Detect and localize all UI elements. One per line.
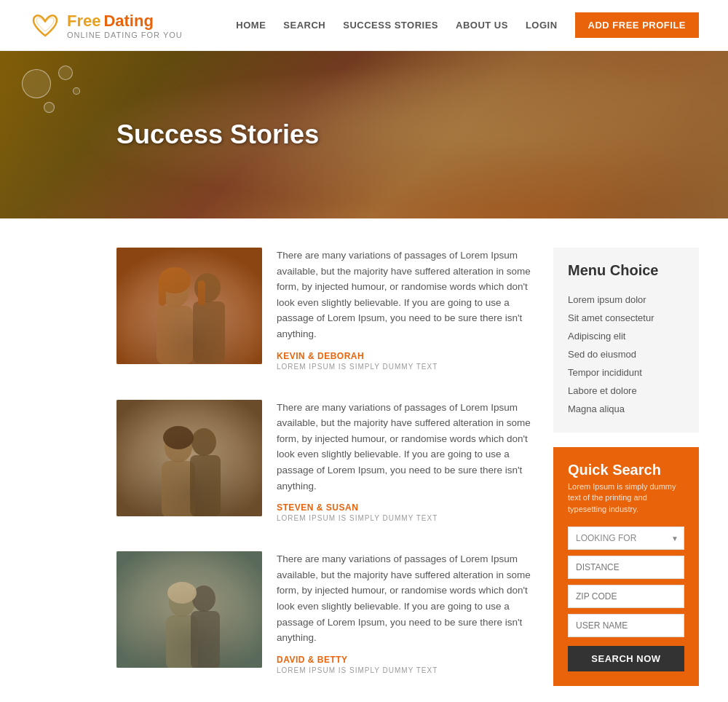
stories-column: There are many variations of passages of… — [116, 248, 531, 702]
nav-home[interactable]: HOME — [236, 20, 266, 31]
svg-rect-18 — [191, 611, 220, 668]
logo-dating-text: Dating — [103, 12, 153, 30]
svg-rect-4 — [193, 301, 225, 363]
story-image-2 — [116, 400, 262, 516]
quick-search-box: Quick Search Lorem Ipsum is simply dummy… — [553, 447, 699, 686]
story-item-1: There are many variations of passages of… — [116, 248, 531, 371]
svg-rect-0 — [116, 248, 262, 364]
svg-point-15 — [169, 588, 195, 617]
nav-search[interactable]: SEARCH — [283, 20, 325, 31]
logo-text: Free Dating ONLINE DATING FOR YOU — [67, 12, 183, 39]
svg-point-13 — [163, 426, 194, 449]
menu-item-4[interactable]: Sed do eiusmod — [568, 345, 684, 363]
story-item-3: There are many variations of passages of… — [116, 551, 531, 674]
menu-choice-list: Lorem ipsum dolor Sit amet consectetur A… — [568, 291, 684, 418]
story-text-1: There are many variations of passages of… — [277, 248, 531, 371]
nav-login[interactable]: LOGIN — [526, 20, 558, 31]
svg-rect-6 — [159, 280, 166, 306]
logo: Free Dating ONLINE DATING FOR YOU — [29, 9, 183, 42]
menu-choice-title: Menu Choice — [568, 262, 684, 279]
hero-banner: Success Stories — [0, 51, 728, 218]
story-name-2: STEVEN & SUSAN — [277, 502, 531, 513]
menu-item-6[interactable]: Labore et dolore — [568, 382, 684, 400]
logo-free-text: Free — [67, 12, 100, 30]
svg-rect-8 — [116, 400, 262, 516]
logo-heart-icon — [29, 9, 61, 42]
looking-for-select[interactable]: LOOKING FOR Men Women Both — [568, 526, 684, 550]
story-body-2: There are many variations of passages of… — [277, 400, 531, 494]
story-body-3: There are many variations of passages of… — [277, 551, 531, 646]
bubble-3 — [44, 102, 55, 113]
bubble-4 — [73, 87, 80, 95]
menu-choice-box: Menu Choice Lorem ipsum dolor Sit amet c… — [553, 248, 699, 433]
story-body-1: There are many variations of passages of… — [277, 248, 531, 342]
looking-for-wrapper: LOOKING FOR Men Women Both ▼ — [568, 526, 684, 550]
couple2-svg — [116, 400, 262, 516]
story-subtitle-1: LOREM IPSUM IS SIMPLY DUMMY TEXT — [277, 363, 531, 371]
svg-rect-10 — [162, 461, 195, 516]
quick-search-title: Quick Search — [568, 462, 684, 478]
svg-rect-7 — [198, 280, 205, 306]
hero-couple-image — [364, 51, 728, 218]
hero-bubbles — [22, 66, 80, 124]
story-text-3: There are many variations of passages of… — [277, 551, 531, 674]
hero-title: Success Stories — [116, 119, 319, 150]
svg-rect-14 — [116, 551, 262, 668]
bubble-1 — [22, 69, 51, 98]
menu-item-5[interactable]: Tempor incididunt — [568, 363, 684, 382]
svg-point-5 — [159, 267, 191, 293]
svg-point-1 — [160, 275, 189, 307]
svg-point-11 — [191, 428, 216, 456]
header: Free Dating ONLINE DATING FOR YOU HOME S… — [0, 0, 728, 51]
svg-point-9 — [165, 432, 192, 462]
story-text-2: There are many variations of passages of… — [277, 400, 531, 523]
couple1-svg — [116, 248, 262, 364]
bubble-2 — [58, 66, 73, 80]
svg-rect-2 — [157, 306, 193, 364]
quick-search-subtitle: Lorem Ipsum is simply dummy text of the … — [568, 481, 684, 515]
story-name-3: DAVID & BETTY — [277, 655, 531, 665]
add-profile-button[interactable]: ADD FREE PROFILE — [575, 12, 699, 38]
logo-tagline: ONLINE DATING FOR YOU — [67, 31, 183, 39]
svg-point-17 — [192, 585, 215, 612]
search-now-button[interactable]: SEARCH NOW — [568, 646, 684, 671]
story-image-1 — [116, 248, 262, 364]
menu-item-2[interactable]: Sit amet consectetur — [568, 309, 684, 327]
svg-point-19 — [167, 582, 197, 604]
main-content: There are many variations of passages of… — [0, 218, 728, 702]
story-image-3 — [116, 551, 262, 668]
svg-rect-12 — [190, 455, 221, 516]
story-subtitle-3: LOREM IPSUM IS SIMPLY DUMMY TEXT — [277, 666, 531, 674]
nav-about-us[interactable]: ABOUT US — [456, 20, 508, 31]
menu-item-3[interactable]: Adipiscing elit — [568, 327, 684, 345]
distance-input[interactable] — [568, 556, 684, 579]
menu-item-1[interactable]: Lorem ipsum dolor — [568, 291, 684, 309]
nav-success-stories[interactable]: SUCCESS STORIES — [343, 20, 438, 31]
svg-rect-16 — [166, 615, 198, 668]
story-subtitle-2: LOREM IPSUM IS SIMPLY DUMMY TEXT — [277, 514, 531, 522]
couple3-svg — [116, 551, 262, 668]
story-item-2: There are many variations of passages of… — [116, 400, 531, 523]
menu-item-7[interactable]: Magna aliqua — [568, 400, 684, 418]
main-nav: HOME SEARCH SUCCESS STORIES ABOUT US LOG… — [236, 12, 699, 38]
sidebar: Menu Choice Lorem ipsum dolor Sit amet c… — [553, 248, 699, 702]
svg-point-3 — [194, 273, 221, 302]
story-name-1: KEVIN & DEBORAH — [277, 351, 531, 361]
username-input[interactable] — [568, 614, 684, 637]
zip-code-input[interactable] — [568, 585, 684, 608]
